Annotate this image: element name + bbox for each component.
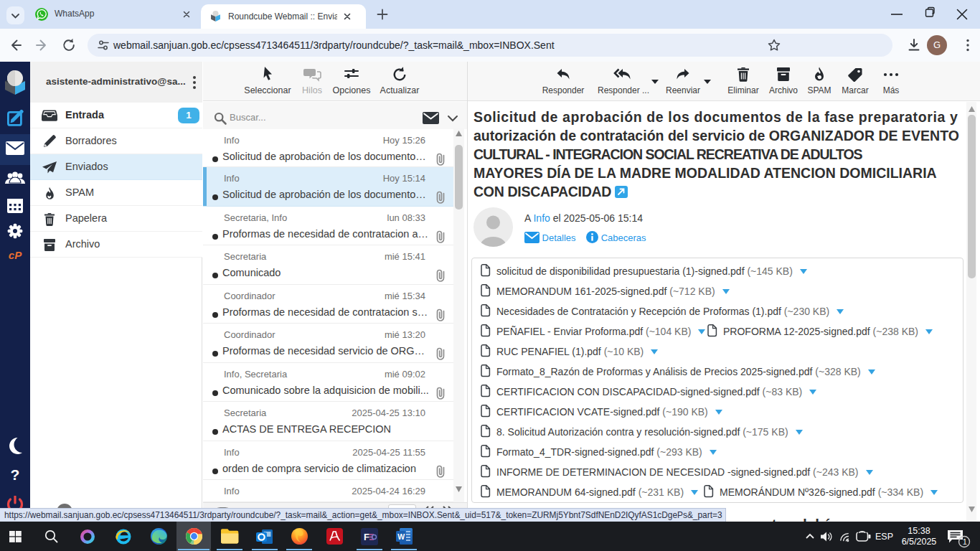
svg-text:W: W	[397, 532, 405, 541]
svg-text:F: F	[364, 532, 369, 542]
svg-text:1: 1	[963, 537, 967, 546]
